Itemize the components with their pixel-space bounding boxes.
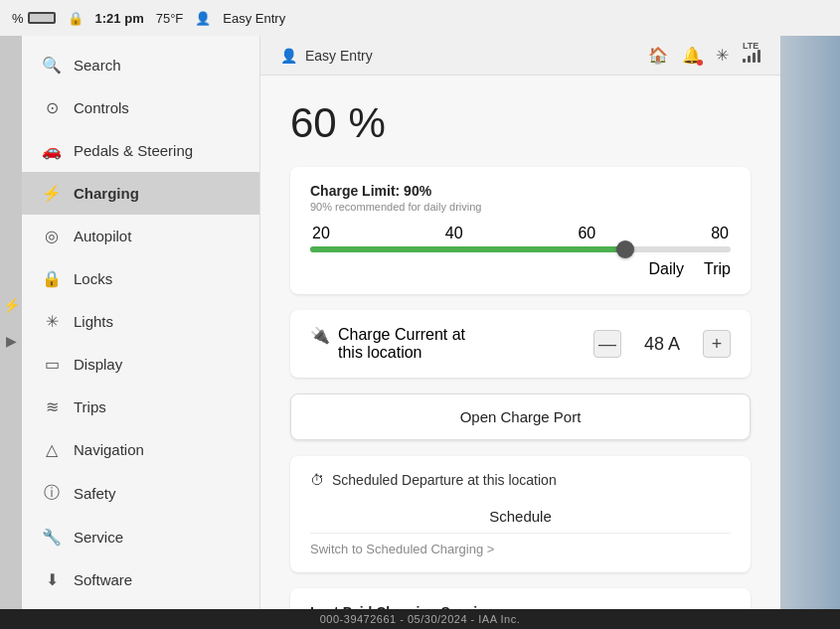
- sidebar-item-lights[interactable]: ✳ Lights: [22, 300, 259, 343]
- sidebar-label-controls: Controls: [74, 99, 129, 116]
- left-bolt-strip: ⚡ ▶: [0, 36, 22, 609]
- sidebar-label-safety: Safety: [74, 485, 116, 502]
- status-easy-entry: Easy Entry: [223, 11, 285, 26]
- sidebar-item-safety[interactable]: ⓘ Safety: [22, 471, 259, 516]
- sidebar-label-autopilot: Autopilot: [74, 228, 131, 244]
- charging-content: 60 % Charge Limit: 90% 90% recommended f…: [260, 76, 780, 609]
- charge-current-value: 48 A: [637, 334, 687, 355]
- display-icon: ▭: [42, 355, 62, 374]
- bottom-bar-text: 000-39472661 - 05/30/2024 - IAA Inc.: [320, 613, 520, 625]
- slider-thumb[interactable]: [616, 240, 634, 258]
- schedule-button[interactable]: Schedule: [310, 500, 731, 534]
- sidebar-label-service: Service: [74, 529, 123, 546]
- status-temp: 75°F: [156, 11, 184, 26]
- sidebar-item-charging[interactable]: ⚡ Charging: [22, 172, 259, 215]
- scheduled-departure-section: ⏱ Scheduled Departure at this location S…: [290, 456, 751, 572]
- slider-track: [310, 246, 731, 252]
- sidebar-label-pedals: Pedals & Steering: [74, 142, 193, 159]
- charge-slider[interactable]: [310, 246, 731, 252]
- charging-icon: ⚡: [42, 184, 62, 203]
- sidebar-label-lights: Lights: [74, 313, 113, 330]
- lte-label: LTE: [743, 41, 758, 51]
- sidebar-label-locks: Locks: [74, 270, 112, 287]
- charge-plug-icon: 🔌: [310, 326, 330, 345]
- sidebar: 🔍 Search ⊙ Controls 🚗 Pedals & Steering …: [22, 36, 260, 609]
- charge-increase-button[interactable]: +: [703, 330, 731, 358]
- sidebar-label-display: Display: [74, 356, 122, 373]
- daily-label: Daily: [648, 260, 684, 278]
- open-charge-port-button[interactable]: Open Charge Port: [290, 393, 751, 440]
- tick-40: 40: [445, 225, 463, 242]
- sidebar-item-autopilot[interactable]: ◎ Autopilot: [22, 215, 259, 257]
- charge-current-text: Charge Current at this location: [338, 326, 465, 362]
- notification-dot: [697, 60, 703, 66]
- battery-pct: %: [12, 11, 24, 26]
- autopilot-icon: ◎: [42, 227, 62, 245]
- charge-decrease-button[interactable]: —: [593, 330, 621, 358]
- charge-current-section: 🔌 Charge Current at this location — 48 A…: [290, 310, 751, 378]
- trip-label: Trip: [704, 260, 731, 278]
- content-header: 👤 Easy Entry 🏠 🔔 ✳ LTE: [260, 36, 780, 76]
- content-header-right: 🏠 🔔 ✳ LTE: [648, 46, 760, 65]
- signal-bars: [743, 49, 760, 63]
- charge-limit-sublabel: 90% recommended for daily driving: [310, 201, 731, 213]
- pedals-icon: 🚗: [42, 141, 62, 160]
- sidebar-label-navigation: Navigation: [74, 441, 144, 458]
- sidebar-label-software: Software: [74, 571, 132, 588]
- status-bar: % 🔒 1:21 pm 75°F 👤 Easy Entry: [0, 0, 840, 36]
- slider-labels: Daily Trip: [310, 260, 731, 278]
- software-icon: ⬇: [42, 570, 62, 589]
- sidebar-item-controls[interactable]: ⊙ Controls: [22, 86, 259, 129]
- sidebar-item-upgrades[interactable]: 🔒 Upgrades: [22, 601, 259, 609]
- sidebar-item-display[interactable]: ▭ Display: [22, 343, 259, 386]
- slider-fill: [310, 246, 625, 252]
- home-icon[interactable]: 🏠: [648, 46, 668, 65]
- charge-percent: 60 %: [290, 99, 751, 147]
- sidebar-item-search[interactable]: 🔍 Search: [22, 44, 259, 86]
- navigation-icon: △: [42, 440, 62, 459]
- page-title: Easy Entry: [305, 48, 373, 64]
- sidebar-label-charging: Charging: [74, 185, 139, 202]
- signal-bar-2: [748, 56, 751, 63]
- sidebar-item-locks[interactable]: 🔒 Locks: [22, 257, 259, 300]
- trips-icon: ≋: [42, 397, 62, 416]
- battery-indicator: %: [12, 11, 56, 26]
- switch-scheduled-link[interactable]: Switch to Scheduled Charging >: [310, 542, 731, 556]
- main-area: ⚡ ▶ 🔍 Search ⊙ Controls 🚗 Pedals & Steer…: [0, 36, 840, 609]
- status-time: 1:21 pm: [95, 11, 144, 26]
- lights-icon: ✳: [42, 312, 62, 331]
- lock-icon: 🔒: [68, 11, 84, 26]
- signal-bar-4: [757, 50, 760, 63]
- star-icon[interactable]: ✳: [716, 46, 729, 65]
- play-icon[interactable]: ▶: [6, 333, 17, 349]
- charge-current-controls: — 48 A +: [593, 330, 731, 358]
- slider-ticks: 20 40 60 80: [310, 225, 731, 242]
- service-icon: 🔧: [42, 528, 62, 547]
- sidebar-item-trips[interactable]: ≋ Trips: [22, 386, 259, 428]
- sidebar-label-trips: Trips: [74, 398, 106, 415]
- charge-limit-section: Charge Limit: 90% 90% recommended for da…: [290, 167, 751, 294]
- charge-limit-label: Charge Limit: 90%: [310, 183, 731, 199]
- bell-icon[interactable]: 🔔: [682, 46, 702, 65]
- search-icon: 🔍: [42, 56, 62, 75]
- safety-icon: ⓘ: [42, 483, 62, 504]
- signal-bar-1: [743, 59, 746, 63]
- user-icon: 👤: [280, 48, 297, 64]
- right-edge: [780, 36, 840, 609]
- signal-indicator: LTE: [743, 49, 760, 63]
- clock-icon: ⏱: [310, 472, 324, 488]
- sidebar-item-pedals[interactable]: 🚗 Pedals & Steering: [22, 129, 259, 172]
- battery-bar: [28, 12, 56, 24]
- content-header-left: 👤 Easy Entry: [280, 48, 373, 64]
- tick-60: 60: [578, 225, 595, 242]
- signal-bar-3: [753, 53, 756, 63]
- sidebar-item-service[interactable]: 🔧 Service: [22, 516, 259, 558]
- tick-20: 20: [312, 225, 330, 242]
- sidebar-item-software[interactable]: ⬇ Software: [22, 558, 259, 601]
- sidebar-item-navigation[interactable]: △ Navigation: [22, 428, 259, 471]
- controls-icon: ⊙: [42, 98, 62, 117]
- tick-80: 80: [711, 225, 729, 242]
- last-paid-section: Last Paid Charging Session $9.92 Ypsilan…: [290, 588, 751, 609]
- sidebar-label-search: Search: [74, 57, 121, 74]
- main-content: 👤 Easy Entry 🏠 🔔 ✳ LTE: [260, 36, 780, 609]
